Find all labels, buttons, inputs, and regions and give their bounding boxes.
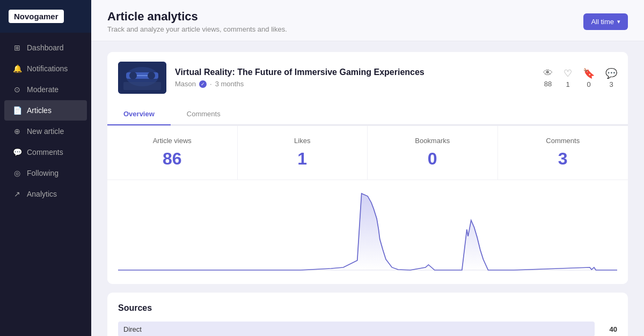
sidebar-item-label: Dashboard <box>27 43 64 52</box>
sidebar-item-articles[interactable]: 📄 Articles <box>4 100 87 121</box>
thumbnail-image <box>118 62 166 94</box>
bookmarks-label: Bookmarks <box>378 137 487 145</box>
dashboard-icon: ⊞ <box>13 43 21 52</box>
views-chart <box>118 191 617 277</box>
sources-list: Direct 40 Novogamer - Virtual Reality: T… <box>118 322 617 336</box>
comments-number: 3 <box>509 149 618 169</box>
tab-comments[interactable]: Comments <box>171 103 237 125</box>
article-thumbnail <box>118 62 166 94</box>
chevron-down-icon: ▾ <box>617 18 620 25</box>
views-stat: 👁 88 <box>543 68 553 88</box>
sidebar-item-label: Moderate <box>27 85 58 94</box>
sidebar-item-dashboard[interactable]: ⊞ Dashboard <box>4 38 87 58</box>
sidebar-item-comments[interactable]: 💬 Comments <box>4 142 87 162</box>
article-meta: Mason ✓ · 3 months <box>175 80 535 88</box>
article-stats: 👁 88 ♡ 1 🔖 0 💬 3 <box>543 68 617 88</box>
notifications-icon: 🔔 <box>13 64 21 73</box>
likes-card: Likes 1 <box>238 126 368 180</box>
bookmark-icon: 🔖 <box>583 68 595 79</box>
svg-point-4 <box>148 72 155 79</box>
analytics-icon: ↗ <box>13 190 21 198</box>
svg-rect-6 <box>123 82 161 90</box>
likes-label: Likes <box>248 137 357 145</box>
chart-container <box>107 180 628 284</box>
header-left: Article analytics Track and analyze your… <box>107 10 287 33</box>
sources-card: Sources Direct 40 Novogamer - Virtual Re… <box>107 293 628 336</box>
tabs-bar: Overview Comments <box>107 103 628 125</box>
likes-stat: ♡ 1 <box>564 68 572 88</box>
sidebar-item-label: New article <box>27 127 64 136</box>
bookmarks-card: Bookmarks 0 <box>368 126 498 180</box>
page-header: Article analytics Track and analyze your… <box>91 0 644 41</box>
source-row: Direct 40 <box>118 322 617 336</box>
articles-icon: 📄 <box>13 106 21 115</box>
comments-label: Comments <box>509 137 618 145</box>
comment-icon: 💬 <box>605 68 617 79</box>
eye-icon: 👁 <box>543 68 553 79</box>
article-views-label: Article views <box>118 137 226 145</box>
svg-point-3 <box>129 72 137 79</box>
sidebar-item-new-article[interactable]: ⊕ New article <box>4 121 87 141</box>
likes-value: 1 <box>564 80 572 88</box>
new-article-icon: ⊕ <box>13 127 21 136</box>
article-card: Virtual Reality: The Future of Immersive… <box>107 52 628 103</box>
time-filter-label: All time <box>591 18 614 26</box>
sidebar-item-following[interactable]: ◎ Following <box>4 163 87 183</box>
metrics-row: Article views 86 Likes 1 Bookmarks 0 Com… <box>107 125 628 180</box>
comments-value: 3 <box>605 80 617 88</box>
verified-icon: ✓ <box>199 80 207 88</box>
article-time: 3 months <box>215 80 244 88</box>
sidebar-item-label: Analytics <box>27 190 57 198</box>
source-label: Direct <box>123 325 142 333</box>
page-subtitle: Track and analyze your article views, co… <box>107 25 287 33</box>
bookmarks-stat: 🔖 0 <box>583 68 595 88</box>
sidebar: Novogamer ⊞ Dashboard 🔔 Notifications ⊙ … <box>0 0 91 336</box>
views-value: 88 <box>543 80 553 88</box>
sidebar-item-label: Following <box>27 169 58 177</box>
separator: · <box>210 80 212 88</box>
logo: Novogamer <box>9 10 64 23</box>
sidebar-item-moderate[interactable]: ⊙ Moderate <box>4 79 87 100</box>
source-bar-wrap: Direct <box>118 322 595 336</box>
following-icon: ◎ <box>13 169 21 177</box>
main-content: Article analytics Track and analyze your… <box>91 0 644 336</box>
source-bar: Direct <box>118 322 595 336</box>
sidebar-item-label: Notifications <box>27 64 68 73</box>
sidebar-item-label: Comments <box>27 148 63 156</box>
article-info: Virtual Reality: The Future of Immersive… <box>175 68 535 88</box>
logo-area: Novogamer <box>0 0 91 33</box>
bookmarks-value: 0 <box>583 80 595 88</box>
sources-title: Sources <box>118 303 617 313</box>
sidebar-item-notifications[interactable]: 🔔 Notifications <box>4 58 87 79</box>
page-title: Article analytics <box>107 10 287 24</box>
article-title: Virtual Reality: The Future of Immersive… <box>175 68 535 77</box>
article-author: Mason <box>175 80 196 88</box>
comments-metric-card: Comments 3 <box>498 126 628 180</box>
time-filter-button[interactable]: All time ▾ <box>583 13 628 30</box>
comments-icon: 💬 <box>13 148 21 156</box>
page-content: Virtual Reality: The Future of Immersive… <box>91 41 644 336</box>
comments-stat: 💬 3 <box>605 68 617 88</box>
source-count: 40 <box>601 325 617 333</box>
article-views-number: 86 <box>118 149 226 169</box>
article-views-card: Article views 86 <box>107 126 238 180</box>
likes-number: 1 <box>248 149 357 169</box>
tab-overview[interactable]: Overview <box>107 103 171 125</box>
heart-icon: ♡ <box>564 68 572 79</box>
moderate-icon: ⊙ <box>13 85 21 94</box>
article-analytics-card: Virtual Reality: The Future of Immersive… <box>107 52 628 284</box>
bookmarks-number: 0 <box>378 149 487 169</box>
sidebar-item-label: Articles <box>27 106 52 115</box>
sidebar-item-analytics[interactable]: ↗ Analytics <box>4 184 87 204</box>
nav-section: ⊞ Dashboard 🔔 Notifications ⊙ Moderate 📄… <box>0 37 91 205</box>
